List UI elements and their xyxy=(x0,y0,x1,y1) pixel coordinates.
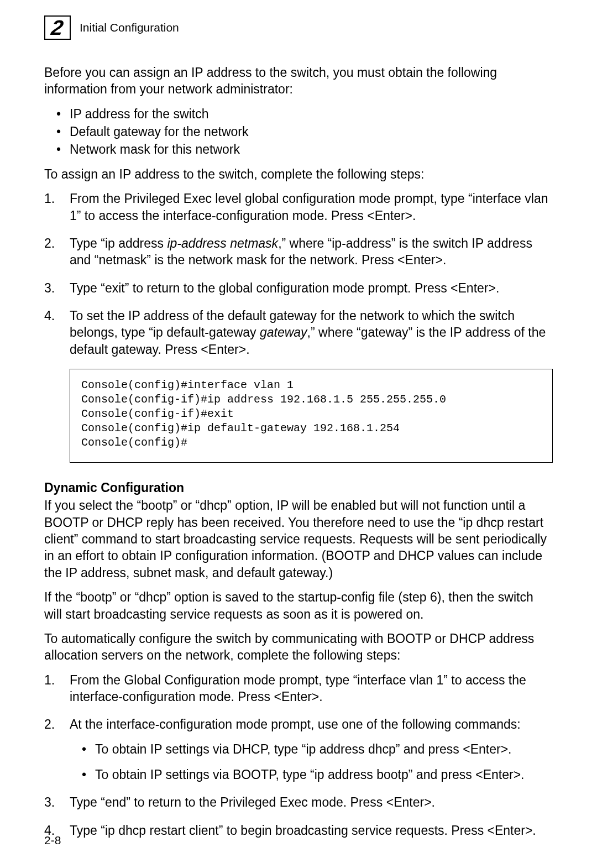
list-item: Default gateway for the network xyxy=(44,123,553,140)
header-title: Initial Configuration xyxy=(80,21,179,34)
step-text: From the Privileged Exec level global co… xyxy=(70,191,548,222)
list-item: At the interface-configuration mode prom… xyxy=(44,716,553,783)
step-text: Type “end” to return to the Privileged E… xyxy=(70,795,435,809)
chapter-badge: 2 xyxy=(44,15,71,40)
list-item: Type “end” to return to the Privileged E… xyxy=(44,794,553,811)
document-page: 2 Initial Configuration Before you can a… xyxy=(0,0,597,868)
list-item: IP address for the switch xyxy=(44,106,553,122)
step-text: Type “ip address ip-address netmask,” wh… xyxy=(70,236,532,267)
step-text: To set the IP address of the default gat… xyxy=(70,308,546,357)
step-text: Type “exit” to return to the global conf… xyxy=(70,281,499,295)
list-item: To obtain IP settings via BOOTP, type “i… xyxy=(70,766,553,783)
nested-bullet-list: To obtain IP settings via DHCP, type “ip… xyxy=(70,741,553,783)
info-bullet-list: IP address for the switch Default gatewa… xyxy=(44,106,553,158)
page-number: 2-8 xyxy=(44,834,61,847)
page-header: 2 Initial Configuration xyxy=(44,15,553,40)
page-body: Before you can assign an IP address to t… xyxy=(44,64,553,839)
console-code-block: Console(config)#interface vlan 1 Console… xyxy=(70,369,553,463)
list-item: Type “ip address ip-address netmask,” wh… xyxy=(44,235,553,269)
step-text: From the Global Configuration mode promp… xyxy=(70,673,526,704)
list-item: Network mask for this network xyxy=(44,141,553,158)
dynamic-paragraph-2: If the “bootp” or “dhcp” option is saved… xyxy=(44,589,553,623)
list-item: Type “exit” to return to the global conf… xyxy=(44,280,553,296)
dynamic-config-heading: Dynamic Configuration xyxy=(44,479,553,496)
step-text: Type “ip dhcp restart client” to begin b… xyxy=(70,823,536,838)
dynamic-steps-list: From the Global Configuration mode promp… xyxy=(44,672,553,839)
list-item: To obtain IP settings via DHCP, type “ip… xyxy=(70,741,553,757)
intro-paragraph: Before you can assign an IP address to t… xyxy=(44,64,553,98)
list-item: From the Global Configuration mode promp… xyxy=(44,672,553,705)
chapter-number: 2 xyxy=(50,17,65,38)
dynamic-paragraph-3: To automatically configure the switch by… xyxy=(44,630,553,664)
step-text: At the interface-configuration mode prom… xyxy=(70,717,521,731)
assign-steps-list: From the Privileged Exec level global co… xyxy=(44,190,553,358)
list-item: From the Privileged Exec level global co… xyxy=(44,190,553,224)
list-item: To set the IP address of the default gat… xyxy=(44,307,553,358)
list-item: Type “ip dhcp restart client” to begin b… xyxy=(44,822,553,839)
assign-paragraph: To assign an IP address to the switch, c… xyxy=(44,166,553,182)
dynamic-paragraph-1: If you select the “bootp” or “dhcp” opti… xyxy=(44,497,553,581)
